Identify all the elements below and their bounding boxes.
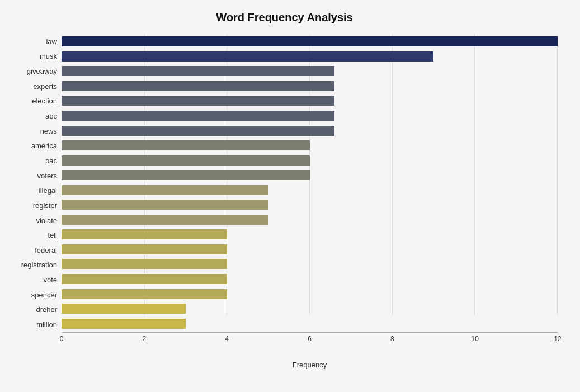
x-tick: 4 bbox=[225, 335, 229, 343]
y-label: million bbox=[36, 318, 57, 331]
x-tick: 0 bbox=[60, 335, 64, 343]
chart-area: lawmuskgiveawayexpertselectionabcnewsame… bbox=[11, 34, 558, 348]
bar-row bbox=[62, 272, 558, 286]
y-label: illegal bbox=[39, 184, 57, 197]
y-label: registration bbox=[21, 258, 57, 272]
bar-row bbox=[62, 139, 558, 152]
bar-row bbox=[62, 64, 558, 78]
y-label: violate bbox=[36, 214, 57, 227]
chart-container: Word Frequency Analysis lawmuskgiveawaye… bbox=[0, 0, 580, 392]
bar-row bbox=[62, 183, 558, 197]
x-tick: 2 bbox=[142, 335, 146, 343]
bar bbox=[62, 155, 310, 166]
bar-row bbox=[62, 213, 558, 226]
y-label: america bbox=[31, 139, 57, 153]
bar bbox=[62, 244, 227, 254]
bar-row bbox=[62, 154, 558, 167]
x-tick: 8 bbox=[390, 335, 394, 343]
y-label: spencer bbox=[31, 288, 57, 301]
x-axis: Frequency 024681012 bbox=[62, 332, 558, 348]
y-label: federal bbox=[35, 243, 57, 257]
chart-title: Word Frequency Analysis bbox=[11, 11, 558, 24]
bar-row bbox=[62, 124, 558, 138]
bar bbox=[62, 140, 310, 150]
bar-row bbox=[62, 198, 558, 211]
x-tick: 6 bbox=[308, 335, 312, 343]
bar-row bbox=[62, 50, 558, 63]
y-label: pac bbox=[45, 154, 57, 167]
x-tick: 10 bbox=[471, 335, 478, 343]
bar bbox=[62, 36, 558, 46]
y-label: law bbox=[46, 35, 57, 48]
bar bbox=[62, 200, 268, 210]
bar bbox=[62, 185, 268, 195]
y-label: experts bbox=[33, 79, 57, 93]
y-label: giveaway bbox=[27, 65, 57, 78]
bar-row bbox=[62, 228, 558, 241]
bar bbox=[62, 66, 334, 76]
bars-wrapper bbox=[62, 34, 558, 331]
y-label: abc bbox=[45, 110, 57, 123]
y-label: voters bbox=[37, 169, 57, 182]
bar bbox=[62, 274, 227, 284]
bar bbox=[62, 229, 227, 239]
x-axis-label: Frequency bbox=[293, 361, 327, 369]
y-label: musk bbox=[40, 50, 57, 63]
y-label: register bbox=[33, 199, 57, 212]
y-label: election bbox=[32, 95, 57, 108]
bar-row bbox=[62, 317, 558, 330]
plot-area: Frequency 024681012 bbox=[62, 34, 558, 348]
bar-row bbox=[62, 287, 558, 301]
y-axis: lawmuskgiveawayexpertselectionabcnewsame… bbox=[11, 34, 62, 348]
bar-row bbox=[62, 302, 558, 315]
bar bbox=[62, 51, 433, 62]
bar bbox=[62, 170, 310, 180]
y-label: vote bbox=[43, 273, 57, 287]
bar-row bbox=[62, 168, 558, 182]
bar-row bbox=[62, 257, 558, 271]
bar bbox=[62, 215, 268, 225]
bar bbox=[62, 304, 186, 314]
bar bbox=[62, 96, 334, 106]
bar bbox=[62, 289, 227, 299]
x-tick: 12 bbox=[554, 335, 561, 343]
y-label: news bbox=[40, 124, 57, 138]
bar bbox=[62, 81, 334, 91]
bar bbox=[62, 126, 334, 136]
bar-row bbox=[62, 243, 558, 256]
bar bbox=[62, 259, 227, 269]
y-label: dreher bbox=[36, 303, 57, 317]
bar bbox=[62, 111, 334, 121]
y-label: tell bbox=[48, 229, 57, 242]
bar-row bbox=[62, 79, 558, 93]
bar-row bbox=[62, 109, 558, 122]
bar-row bbox=[62, 35, 558, 48]
bar-row bbox=[62, 94, 558, 107]
bar bbox=[62, 319, 186, 329]
